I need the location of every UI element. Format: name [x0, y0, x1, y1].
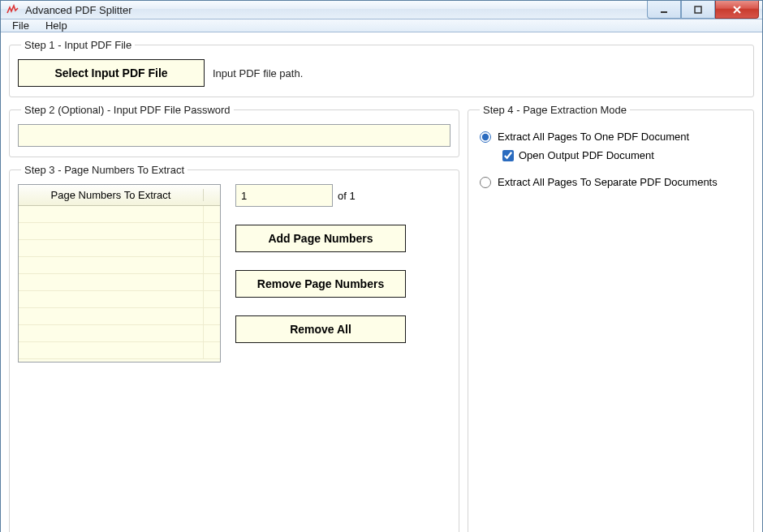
list-item: [19, 342, 220, 359]
remove-page-numbers-button[interactable]: Remove Page Numbers: [235, 270, 406, 298]
menu-help[interactable]: Help: [37, 19, 75, 32]
list-item: [19, 274, 220, 291]
extract-separate-radio[interactable]: [480, 177, 491, 188]
step3-legend: Step 3 - Page Numbers To Extract: [21, 164, 188, 176]
app-window: Advanced PDF Splitter File Help Step 1 -…: [0, 0, 763, 532]
page-of-label: of 1: [338, 190, 356, 202]
step1-legend: Step 1 - Input PDF File: [21, 39, 135, 51]
step2-group: Step 2 (Optional) - Input PDF File Passw…: [9, 104, 459, 157]
step1-group: Step 1 - Input PDF File Select Input PDF…: [9, 39, 754, 97]
titlebar: Advanced PDF Splitter: [1, 1, 762, 19]
close-button[interactable]: [715, 1, 759, 19]
open-output-label: Open Output PDF Document: [519, 149, 654, 161]
maximize-button[interactable]: [681, 1, 715, 19]
listbox-col-header: Page Numbers To Extract: [19, 189, 204, 201]
step4-legend: Step 4 - Page Extraction Mode: [480, 104, 630, 116]
extract-separate-label: Extract All Pages To Separate PDF Docume…: [498, 176, 718, 188]
content-area: Step 1 - Input PDF File Select Input PDF…: [1, 32, 762, 532]
menu-file[interactable]: File: [4, 19, 37, 32]
list-item: [19, 257, 220, 274]
list-item: [19, 223, 220, 240]
list-item: [19, 291, 220, 308]
extract-one-label: Extract All Pages To One PDF Document: [498, 131, 689, 143]
page-number-input[interactable]: [235, 184, 333, 207]
step3-group: Step 3 - Page Numbers To Extract Page Nu…: [9, 164, 459, 532]
minimize-button[interactable]: [647, 1, 681, 19]
input-pdf-path-label: Input PDF file path.: [213, 67, 303, 79]
step2-legend: Step 2 (Optional) - Input PDF File Passw…: [21, 104, 234, 116]
list-item: [19, 325, 220, 342]
remove-all-button[interactable]: Remove All: [235, 315, 406, 343]
list-item: [19, 308, 220, 325]
extract-one-radio[interactable]: [480, 131, 491, 143]
step4-group: Step 4 - Page Extraction Mode Extract Al…: [468, 104, 754, 532]
window-title: Advanced PDF Splitter: [25, 4, 132, 16]
listbox-rows: [19, 206, 220, 362]
listbox-header: Page Numbers To Extract: [19, 185, 220, 206]
list-item: [19, 206, 220, 223]
select-input-pdf-button[interactable]: Select Input PDF File: [18, 59, 205, 87]
open-output-checkbox[interactable]: [502, 150, 514, 161]
add-page-numbers-button[interactable]: Add Page Numbers: [235, 225, 406, 252]
menubar: File Help: [1, 19, 762, 32]
svg-rect-1: [695, 6, 701, 13]
window-controls: [647, 1, 762, 19]
page-numbers-listbox[interactable]: Page Numbers To Extract: [18, 184, 221, 363]
pdf-password-input[interactable]: [18, 124, 450, 147]
list-item: [19, 240, 220, 257]
app-icon: [6, 2, 20, 17]
